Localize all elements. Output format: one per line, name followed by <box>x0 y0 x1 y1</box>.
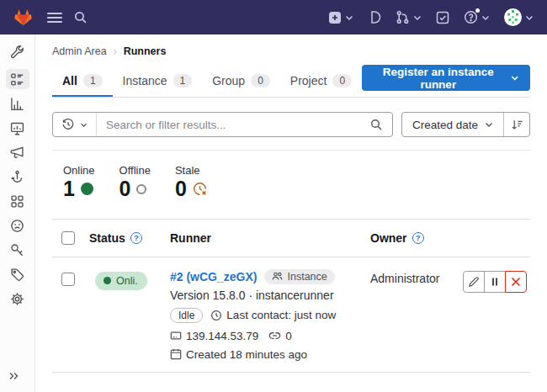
user-menu-button[interactable] <box>504 8 534 26</box>
sidebar-item-abuse-reports[interactable] <box>6 215 29 236</box>
frown-face-icon <box>10 219 24 233</box>
double-chevron-right-icon <box>8 370 20 382</box>
runners-table: Status Runner Owner Onli... <box>52 219 530 373</box>
register-instance-runner-button[interactable]: Register an instance runner <box>362 65 530 91</box>
sidebar-item-messages[interactable] <box>6 142 29 162</box>
search-icon[interactable] <box>73 10 88 24</box>
search-submit-button[interactable] <box>360 118 392 131</box>
breadcrumb: Admin Area › Runners <box>52 34 530 57</box>
sidebar-item-settings[interactable] <box>6 289 29 309</box>
clock-icon <box>210 310 222 321</box>
search-input[interactable] <box>97 119 360 131</box>
calendar-icon <box>170 348 182 360</box>
owner-help-icon[interactable] <box>412 232 424 244</box>
key-icon <box>10 243 24 257</box>
stat-online: Online 1 <box>63 164 95 201</box>
column-status: Status <box>89 231 170 245</box>
sort-direction-button[interactable] <box>503 113 529 136</box>
notification-dot <box>475 8 480 13</box>
runner-status-stats: Online 1 Offline 0 Stale 0 <box>52 151 530 201</box>
edit-runner-button[interactable] <box>463 271 485 293</box>
stat-stale: Stale 0 <box>175 164 207 201</box>
runner-row: Onli... #2 (wCG_zeGX) Instance <box>52 257 530 373</box>
help-menu-button[interactable] <box>464 10 490 24</box>
tab-project[interactable]: Project 0 <box>280 66 362 97</box>
sidebar-item-monitoring[interactable] <box>6 118 29 138</box>
chevron-down-icon <box>481 14 490 21</box>
runner-summary-cell: #2 (wCG_zeGX) Instance Version 15.8.0 · … <box>170 269 370 363</box>
runner-actions <box>463 271 530 293</box>
sidebar-item-overview[interactable] <box>6 69 29 89</box>
server-icon <box>170 330 182 342</box>
people-icon <box>272 271 283 282</box>
filter-history-button[interactable] <box>53 113 97 136</box>
merge-requests-button[interactable] <box>396 10 422 24</box>
sidebar-item-system-hooks[interactable] <box>6 167 29 187</box>
wrench-icon <box>10 45 24 59</box>
pause-runner-button[interactable] <box>484 271 506 293</box>
chevron-down-icon <box>345 14 353 21</box>
tab-group[interactable]: Group 0 <box>202 66 280 97</box>
gitlab-logo-icon[interactable] <box>13 8 33 27</box>
sidebar-item-admin-overview[interactable] <box>6 41 29 61</box>
runner-tabs-row: All 1 Instance 1 Group 0 Project 0 Regis… <box>52 65 530 98</box>
todos-icon[interactable] <box>436 11 449 24</box>
close-x-icon <box>511 277 521 287</box>
stat-offline: Offline 0 <box>119 164 151 201</box>
tab-instance[interactable]: Instance 1 <box>113 66 203 97</box>
offline-circle-icon <box>136 184 146 194</box>
idle-badge: Idle <box>170 308 203 323</box>
chevron-down-icon <box>80 122 88 128</box>
user-avatar <box>504 8 522 26</box>
search-filter-box <box>52 112 393 137</box>
tab-project-count: 0 <box>332 74 352 87</box>
monitor-icon <box>10 121 24 135</box>
tag-icon <box>10 268 24 282</box>
table-header: Status Runner Owner <box>52 219 530 257</box>
list-dashboard-icon <box>10 72 24 87</box>
link-icon <box>268 331 281 341</box>
issues-icon[interactable] <box>368 10 381 24</box>
new-menu-button[interactable] <box>328 11 353 24</box>
grid-icon <box>10 194 24 209</box>
tab-all[interactable]: All 1 <box>52 66 113 97</box>
breadcrumb-admin-area[interactable]: Admin Area <box>52 45 107 57</box>
admin-sidebar <box>0 34 35 392</box>
owner-link[interactable]: Administrator <box>370 272 439 285</box>
chevron-down-icon <box>485 121 493 128</box>
sidebar-item-deploy-keys[interactable] <box>6 240 29 260</box>
tab-all-count: 1 <box>83 74 103 87</box>
sidebar-item-labels[interactable] <box>6 264 29 284</box>
column-owner: Owner <box>370 231 463 245</box>
select-all-checkbox[interactable] <box>61 231 75 245</box>
runner-ip: 139.144.53.79 <box>170 330 258 342</box>
sort-descending-icon <box>511 119 523 131</box>
megaphone-icon <box>10 146 24 160</box>
pause-icon <box>490 277 500 287</box>
breadcrumb-separator: › <box>114 45 117 57</box>
status-help-icon[interactable] <box>130 232 142 244</box>
sort-by-dropdown[interactable]: Created date <box>402 113 503 136</box>
main-content: Admin Area › Runners All 1 Instance 1 Gr… <box>35 34 547 392</box>
sidebar-item-analytics[interactable] <box>6 93 29 114</box>
history-clock-icon <box>61 118 75 131</box>
last-contact: Last contact: just now <box>210 309 336 321</box>
delete-runner-button[interactable] <box>505 271 527 293</box>
column-runner: Runner <box>170 231 370 245</box>
runner-version: Version 15.8.0 · instancerunner <box>170 289 370 302</box>
row-checkbox[interactable] <box>61 273 75 286</box>
expand-sidebar-button[interactable] <box>8 370 20 382</box>
tab-instance-count: 1 <box>173 74 193 87</box>
bar-chart-icon <box>10 97 24 111</box>
chevron-down-icon <box>525 14 534 21</box>
sidebar-item-applications[interactable] <box>6 191 29 211</box>
status-badge-online: Onli... <box>95 272 147 290</box>
stale-clock-icon <box>193 182 207 196</box>
top-navigation-bar <box>0 0 547 34</box>
hamburger-menu-icon[interactable] <box>47 13 62 23</box>
chevron-down-icon <box>511 75 519 82</box>
pencil-icon <box>468 276 480 288</box>
breadcrumb-runners: Runners <box>124 45 167 57</box>
runner-link[interactable]: #2 (wCG_zeGX) <box>170 270 257 283</box>
online-dot-icon <box>81 183 93 195</box>
